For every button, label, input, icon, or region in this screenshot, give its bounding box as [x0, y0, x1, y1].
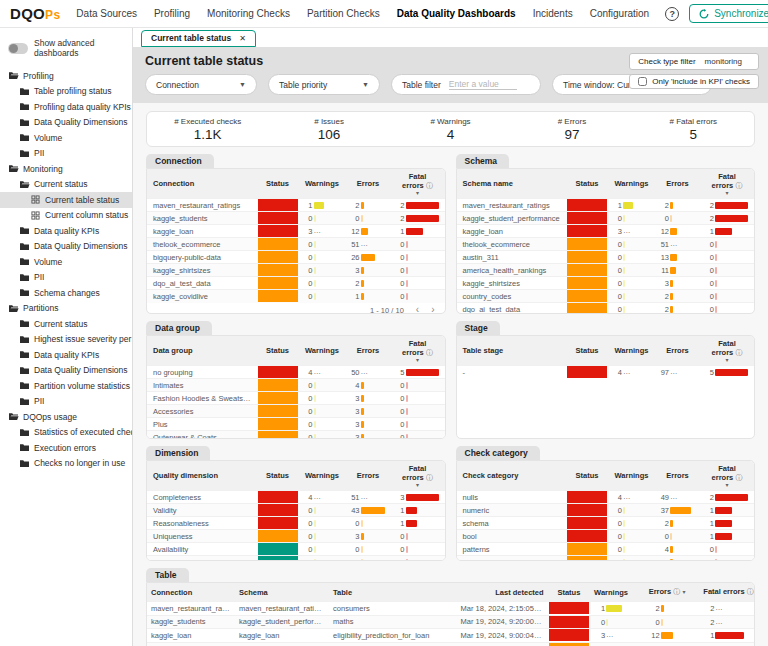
column-header-errors[interactable]: Errors: [346, 461, 391, 491]
sidebar-item-monitoring[interactable]: Monitoring: [0, 161, 132, 177]
table-row[interactable]: Fashion Hoodies & Sweatshirts030: [147, 392, 445, 405]
sidebar-item-data-quality-dimensions[interactable]: Data Quality Dimensions: [0, 239, 132, 255]
column-header[interactable]: Data group: [147, 336, 257, 366]
table-row[interactable]: kaggle_loan3121: [147, 225, 445, 238]
table-row[interactable]: maven_restaurant_ratings122: [457, 199, 755, 212]
column-header-errors[interactable]: Errors: [346, 169, 391, 199]
table-row[interactable]: maven_restaurant_ratingsmaven_restaurant…: [147, 602, 754, 616]
table-row[interactable]: -4975: [457, 366, 755, 379]
panel-tab-connection[interactable]: Connection: [146, 154, 214, 168]
sidebar-item-pii[interactable]: PII: [0, 146, 132, 162]
sidebar-item-data-quality-dimensions[interactable]: Data Quality Dimensions: [0, 115, 132, 131]
column-header-warnings[interactable]: Warnings: [590, 583, 645, 602]
column-header-status[interactable]: Status: [257, 336, 299, 366]
dqops-logo[interactable]: DQOPs: [10, 5, 60, 22]
column-header-connection[interactable]: Connection: [147, 583, 235, 602]
nav-item-configuration[interactable]: Configuration: [590, 8, 649, 19]
table-row[interactable]: Timeliness000: [147, 556, 445, 562]
panel-tab-check-category[interactable]: Check category: [456, 446, 540, 460]
filter-connection[interactable]: Connection▼: [145, 74, 257, 95]
table-row[interactable]: schema021: [457, 517, 755, 530]
table-row[interactable]: patterns040: [457, 543, 755, 556]
sidebar-item-highest-issue-severity-per-day[interactable]: Highest issue severity per day: [0, 332, 132, 348]
sidebar-item-dqops-usage[interactable]: DQOps usage: [0, 409, 132, 425]
sidebar-item-data-quality-dimensions[interactable]: Data Quality Dimensions: [0, 363, 132, 379]
column-header[interactable]: Connection: [147, 169, 257, 199]
panel-tab-dimension[interactable]: Dimension: [146, 446, 210, 460]
column-header[interactable]: Table stage: [457, 336, 567, 366]
column-header-fatal[interactable]: Fatalerrors ⓘ▾: [391, 169, 445, 199]
table-row[interactable]: Reasonableness001: [147, 517, 445, 530]
column-header-errors[interactable]: Errors: [655, 336, 700, 366]
column-header-fatal[interactable]: Fatalerrors ⓘ▾: [700, 461, 754, 491]
nav-item-incidents[interactable]: Incidents: [533, 8, 573, 19]
column-header-errors[interactable]: Errors: [346, 336, 391, 366]
column-header-warnings[interactable]: Warnings: [299, 169, 346, 199]
nav-item-data-quality-dashboards[interactable]: Data Quality Dashboards: [397, 8, 516, 19]
sidebar-item-execution-errors[interactable]: Execution errors: [0, 440, 132, 456]
table-row[interactable]: numeric0371: [457, 504, 755, 517]
table-row[interactable]: kaggle_students002: [147, 212, 445, 225]
table-row[interactable]: thelook_ecommerce0510: [457, 238, 755, 251]
table-row[interactable]: Intimates040: [147, 379, 445, 392]
column-header-warnings[interactable]: Warnings: [608, 336, 655, 366]
table-row[interactable]: Availability000: [147, 543, 445, 556]
sidebar-item-pii[interactable]: PII: [0, 270, 132, 286]
table-row[interactable]: nulls4492: [457, 491, 755, 504]
close-icon[interactable]: ✕: [239, 34, 246, 43]
table-row[interactable]: bigquery-public-data0260: [147, 251, 445, 264]
column-header-status[interactable]: Status: [566, 169, 608, 199]
table-row[interactable]: kaggle_shirtsizes030: [147, 264, 445, 277]
column-header-warnings[interactable]: Warnings: [299, 336, 346, 366]
table-row[interactable]: kaggle_loan3121: [457, 225, 755, 238]
sidebar-item-profiling-data-quality-kpis[interactable]: Profiling data quality KPIs: [0, 99, 132, 115]
table-row[interactable]: no grouping4505: [147, 366, 445, 379]
sidebar-item-schema-changes[interactable]: Schema changes: [0, 285, 132, 301]
include-in-kpi-checkbox[interactable]: Only 'include in KPI' checks: [629, 74, 759, 89]
column-header-status[interactable]: Status: [257, 461, 299, 491]
sidebar-item-current-column-status[interactable]: Current column status: [0, 208, 132, 224]
filter-table-filter[interactable]: Table filter: [391, 74, 541, 95]
table-row[interactable]: Plus030: [147, 418, 445, 431]
column-header-status[interactable]: Status: [257, 169, 299, 199]
nav-item-monitoring-checks[interactable]: Monitoring Checks: [207, 8, 290, 19]
sidebar-item-table-profiling-status[interactable]: Table profiling status: [0, 84, 132, 100]
table-row[interactable]: thelook_ecommercethelook_ecommerceproduc…: [147, 642, 754, 646]
sidebar-item-data-quality-kpis[interactable]: Data quality KPIs: [0, 223, 132, 239]
column-header[interactable]: Schema name: [457, 169, 567, 199]
sidebar-item-checks-no-longer-in-use[interactable]: Checks no longer in use: [0, 456, 132, 472]
next-page-button[interactable]: ›: [431, 306, 434, 314]
panel-tab-table[interactable]: Table: [146, 568, 189, 582]
check-type-filter-button[interactable]: Check type filter monitoring: [629, 53, 759, 70]
advanced-dashboards-toggle[interactable]: [8, 43, 28, 54]
column-header-status[interactable]: Status: [548, 583, 590, 602]
table-row[interactable]: country_codes020: [457, 290, 755, 303]
sidebar-item-volume[interactable]: Volume: [0, 254, 132, 270]
column-header-errors[interactable]: Errors: [655, 169, 700, 199]
column-header[interactable]: Quality dimension: [147, 461, 257, 491]
table-row[interactable]: Validity0431: [147, 504, 445, 517]
help-icon[interactable]: ?: [665, 7, 679, 21]
panel-tab-schema[interactable]: Schema: [456, 154, 510, 168]
table-row[interactable]: Uniqueness030: [147, 530, 445, 543]
table-row[interactable]: kaggle_covidlive010: [147, 290, 445, 303]
table-row[interactable]: dqo_ai_test_data020: [147, 277, 445, 290]
column-header-errors[interactable]: Errors ⓘ ▾: [645, 583, 700, 602]
column-header-warnings[interactable]: Warnings: [299, 461, 346, 491]
column-header-fatal[interactable]: Fatalerrors ⓘ▾: [391, 461, 445, 491]
nav-item-profiling[interactable]: Profiling: [154, 8, 190, 19]
column-header-table[interactable]: Table: [329, 583, 456, 602]
table-row[interactable]: kaggle_loankaggle_loaneligibility_predic…: [147, 629, 754, 643]
table-row[interactable]: Outerwear & Coats030: [147, 431, 445, 440]
column-header-warnings[interactable]: Warnings: [608, 461, 655, 491]
table-row[interactable]: kaggle_studentskaggle_student_performanc…: [147, 615, 754, 629]
column-header-last-detected[interactable]: Last detected: [457, 583, 548, 602]
sidebar-item-partition-volume-statistics[interactable]: Partition volume statistics: [0, 378, 132, 394]
sidebar-item-current-table-status[interactable]: Current table status: [0, 192, 132, 208]
prev-page-button[interactable]: ‹: [416, 306, 419, 314]
column-header-schema[interactable]: Schema: [235, 583, 329, 602]
table-filter-input[interactable]: [449, 79, 517, 90]
sidebar-item-volume[interactable]: Volume: [0, 130, 132, 146]
column-header-fatal[interactable]: Fatalerrors ⓘ▾: [700, 169, 754, 199]
column-header-fatal[interactable]: Fatalerrors ⓘ▾: [700, 336, 754, 366]
